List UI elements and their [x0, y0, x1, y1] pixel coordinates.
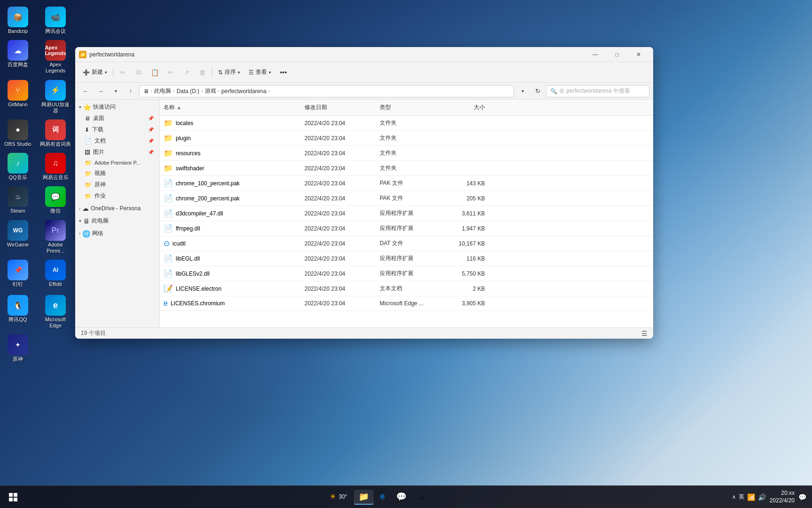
rename-button[interactable]: ✏ — [163, 65, 178, 80]
sidebar-item-desktop[interactable]: 🖥 桌面 📌 — [77, 113, 157, 124]
file-row-d3dcompiler[interactable]: 📄 d3dcompiler_47.dll 2022/4/20 23:04 应用程… — [160, 206, 653, 221]
view-button[interactable]: ☰ 查看 ▾ — [245, 66, 275, 78]
file-size: 143 KB — [442, 178, 489, 189]
sidebar-item-adobe[interactable]: 📁 Adobe Premiere P... — [77, 158, 157, 167]
forward-button[interactable]: → — [94, 85, 107, 98]
share-button[interactable]: ↗ — [179, 65, 194, 80]
tray-arrow-icon[interactable]: ∧ — [732, 494, 736, 500]
file-row-icudtl[interactable]: ⊙ icudtl 2022/4/20 23:04 DAT 文件 10,167 K… — [160, 236, 653, 251]
sidebar-item-video[interactable]: 📁 视频 — [77, 168, 157, 179]
new-chevron-icon: ▾ — [105, 70, 107, 75]
file-type: Microsoft Edge ... — [376, 298, 442, 309]
desktop-icon-msedge[interactable]: e Microsoft Edge — [38, 292, 73, 332]
copy-button[interactable]: ⧉ — [131, 65, 146, 80]
lang-indicator[interactable]: 英 — [739, 493, 744, 501]
file-row-resources[interactable]: 📁 resources 2022/4/20 23:04 文件夹 — [160, 146, 653, 161]
file-row-swiftshader[interactable]: 📁 swiftshader 2022/4/20 23:04 文件夹 — [160, 161, 653, 176]
file-row-plugin[interactable]: 📁 plugin 2022/4/20 23:04 文件夹 — [160, 131, 653, 146]
view-list-icon[interactable]: ☰ — [641, 330, 648, 337]
col-header-date[interactable]: 修改日期 — [301, 102, 376, 113]
col-header-name[interactable]: 名称 ▲ — [160, 102, 301, 113]
notification-icon[interactable]: 💬 — [798, 493, 806, 501]
new-button[interactable]: ➕ 新建 ▾ — [79, 66, 111, 78]
more-button[interactable]: ••• — [276, 65, 291, 80]
desktop-icon-163music[interactable]: ♫ 网易云音乐 — [38, 150, 73, 183]
file-row-locales[interactable]: 📁 locales 2022/4/20 23:04 文件夹 — [160, 116, 653, 131]
recent-button[interactable]: ▾ — [109, 85, 122, 98]
paste-button[interactable]: 📋 — [147, 65, 162, 80]
volume-icon[interactable]: 🔊 — [758, 493, 766, 501]
search-placeholder-text: 在 perfectworldarena 中搜索 — [559, 87, 630, 95]
desktop-icon-qqtg[interactable]: 🐧 腾讯QQ — [0, 292, 36, 332]
taskbar-weather[interactable]: ☀ 30° — [325, 490, 352, 504]
desktop-icon-obs[interactable]: ● OBS Studio — [0, 117, 36, 150]
desktop-icon-ys[interactable]: ✦ 原神 — [0, 332, 36, 365]
col-header-type[interactable]: 类型 — [376, 102, 442, 113]
sidebar-group-onedrive[interactable]: › ☁ OneDrive - Persona — [75, 203, 159, 214]
desktop-icon-wangyi[interactable]: 词 网易有道词典 — [38, 117, 73, 150]
file-row-libglesv2[interactable]: 📄 libGLESv2.dll 2022/4/20 23:04 应用程序扩展 5… — [160, 266, 653, 281]
desktop-icon-qqmusic[interactable]: ♪ QQ音乐 — [0, 150, 36, 183]
breadcrumb-folder[interactable]: perfectworldarena — [221, 88, 266, 95]
desktop-icon-bandizip2[interactable]: 📦 Bandizip — [0, 4, 36, 37]
svg-rect-2 — [9, 498, 13, 501]
desktop-icon-uu[interactable]: ⚡ 网易UU加速器 — [38, 77, 73, 117]
svg-rect-0 — [9, 493, 13, 497]
taskbar-app-wechat[interactable]: 💬 — [391, 490, 411, 505]
file-row-libegl[interactable]: 📄 libEGL.dll 2022/4/20 23:04 应用程序扩展 116 … — [160, 251, 653, 266]
close-button[interactable]: ✕ — [628, 47, 649, 62]
maximize-button[interactable]: □ — [606, 47, 628, 62]
desktop-icon-wegame[interactable]: WG WeGame — [0, 217, 36, 257]
col-header-size[interactable]: 大小 — [442, 102, 489, 113]
file-row-licenses-chromium[interactable]: e LICENSES.chromium 2022/4/20 23:04 Micr… — [160, 296, 653, 311]
taskbar-app-explorer[interactable]: 📁 — [354, 490, 374, 505]
cut-button[interactable]: ✂ — [115, 65, 130, 80]
breadcrumb-games[interactable]: 游戏 — [205, 87, 216, 95]
folder-icon: 📁 — [164, 134, 173, 143]
dropdown-button[interactable]: ▾ — [516, 85, 529, 98]
minimize-button[interactable]: — — [585, 47, 606, 62]
desktop-icon-gitman[interactable]: ⑂ GitMann — [0, 77, 36, 117]
start-button[interactable] — [4, 488, 23, 507]
file-row-chrome100[interactable]: 📄 chrome_100_percent.pak 2022/4/20 23:04… — [160, 176, 653, 191]
file-list-header: 名称 ▲ 修改日期 类型 大小 — [160, 100, 653, 116]
search-bar[interactable]: 🔍 在 perfectworldarena 中搜索 — [546, 85, 649, 97]
sidebar-group-quickaccess[interactable]: ▾ ⭐ 快速访问 — [75, 102, 159, 112]
taskbar-app-edge[interactable]: e — [375, 490, 390, 504]
breadcrumb-thispc[interactable]: 此电脑 — [154, 87, 171, 95]
desktop-icon-steam[interactable]: ♨ Steam — [0, 183, 36, 217]
wifi-icon[interactable]: 📶 — [747, 493, 755, 501]
sort-button[interactable]: ⇅ 排序 ▾ — [214, 66, 244, 78]
file-row-chrome200[interactable]: 📄 chrome_200_percent.pak 2022/4/20 23:04… — [160, 191, 653, 206]
breadcrumb-bar[interactable]: 🖥 › 此电脑 › Data (D:) › 游戏 › perfectworlda… — [139, 85, 514, 97]
sidebar-item-pics[interactable]: 🖼 图片 📌 — [77, 147, 157, 158]
up-button[interactable]: ↑ — [124, 85, 137, 98]
desktop-icon-wechat[interactable]: 💬 微信 — [38, 183, 73, 217]
folder-icon: 📁 — [164, 149, 173, 158]
clock-display[interactable]: 20:xx 2022/4/20 — [770, 490, 795, 504]
file-row-ffmpeg[interactable]: 📄 ffmpeg.dll 2022/4/20 23:04 应用程序扩展 1,94… — [160, 221, 653, 236]
sidebar-item-downloads[interactable]: ⬇ 下载 📌 — [77, 124, 157, 135]
sidebar: ▾ ⭐ 快速访问 🖥 桌面 📌 ⬇ 下载 📌 📄 文档 📌 🖼 图片 — [75, 100, 160, 327]
desktop-icon-effidit[interactable]: AI Effidit — [38, 257, 73, 290]
desktop-icon-apex2[interactable]: ApexLegends Apex Legends — [38, 37, 73, 77]
sidebar-group-thispc[interactable]: ▾ 🖥 此电脑 — [75, 215, 159, 226]
file-type: 文本文档 — [376, 283, 442, 294]
onedrive-expand-icon: › — [79, 206, 80, 211]
delete-button[interactable]: 🗑 — [195, 65, 210, 80]
breadcrumb-drive[interactable]: Data (D:) — [177, 88, 200, 95]
desktop-icon-tencent2[interactable]: 📹 腾讯会议 — [38, 4, 73, 37]
sidebar-group-network[interactable]: › 🌐 网络 — [75, 228, 159, 239]
back-button[interactable]: ← — [79, 85, 92, 98]
sidebar-item-work[interactable]: 📁 作业 — [77, 190, 157, 201]
refresh-button[interactable]: ↻ — [531, 85, 544, 98]
taskbar-app-steam[interactable]: ♨ — [413, 490, 430, 505]
sidebar-item-yuanshen[interactable]: 📁 原神 — [77, 179, 157, 190]
desktop-icon-dingding[interactable]: 📌 钉钉 — [0, 257, 36, 290]
desktop-icon-pr[interactable]: Pr Adobe Premi... — [38, 217, 73, 257]
pin-icon-dl: 📌 — [148, 127, 154, 132]
desktop-icon-baidu2[interactable]: ☁ 百度网盘 — [0, 37, 36, 77]
sidebar-item-docs[interactable]: 📄 文档 📌 — [77, 135, 157, 146]
file-row-license-electron[interactable]: 📝 LICENSE.electron 2022/4/20 23:04 文本文档 … — [160, 281, 653, 296]
toolbar: ➕ 新建 ▾ ✂ ⧉ 📋 ✏ ↗ 🗑 ⇅ 排序 ▾ ☰ 查看 ▾ ••• — [75, 62, 653, 83]
